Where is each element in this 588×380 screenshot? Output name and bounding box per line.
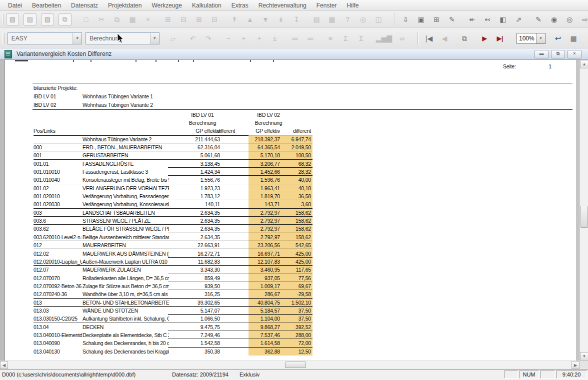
quickstart-icon[interactable]: ⇗ bbox=[513, 14, 524, 24]
menu-datei[interactable]: Datei bbox=[3, 0, 27, 10]
search-global-icon[interactable]: ◎ bbox=[564, 14, 575, 24]
menu-bearbeiten[interactable]: Bearbeiten bbox=[27, 0, 66, 10]
redo-icon[interactable]: ↷ bbox=[203, 33, 214, 43]
menu-hilfe[interactable]: Hilfe bbox=[342, 0, 364, 10]
close-button[interactable]: × bbox=[568, 50, 582, 58]
move-top-icon[interactable]: ↟ bbox=[229, 14, 240, 24]
table-row: 001.020010Verlängerung Vorhaltung, Fassa… bbox=[4, 192, 324, 200]
first-record-icon[interactable]: |◀ bbox=[424, 33, 434, 43]
row-description: Beläge Aussenbereich mittlerer Standard bbox=[82, 233, 169, 242]
catalog-view-icon[interactable]: ⧉ bbox=[58, 13, 72, 25]
horizontal-scroll-thumb[interactable] bbox=[285, 362, 306, 368]
graphic-view-icon[interactable]: ▨ bbox=[41, 13, 54, 25]
toolbar-grip[interactable] bbox=[2, 14, 4, 25]
sum-icon[interactable]: Σ bbox=[356, 33, 367, 43]
storage-box-icon[interactable]: ▣ bbox=[416, 14, 426, 24]
menu-projektdaten[interactable]: Projektdaten bbox=[103, 0, 146, 10]
new-document-icon[interactable]: □ bbox=[80, 14, 92, 24]
assign-left-icon[interactable]: ↢ bbox=[482, 14, 493, 24]
paste-icon[interactable]: ▦ bbox=[127, 14, 138, 24]
scroll-left-icon[interactable]: ◀ bbox=[0, 361, 8, 369]
cut-icon[interactable]: ✂ bbox=[96, 14, 107, 24]
print-icon[interactable]: ▦ bbox=[326, 14, 338, 24]
split-window-icon[interactable]: ◫ bbox=[373, 14, 384, 24]
move-down-icon[interactable]: ▼ bbox=[260, 14, 271, 24]
menu-kalkulation[interactable]: Kalkulation bbox=[187, 0, 226, 10]
scroll-down-icon[interactable]: ▼ bbox=[580, 352, 588, 361]
list-icon[interactable]: ≡ bbox=[325, 33, 336, 43]
chart-icon[interactable]: ▂▅▇ bbox=[376, 33, 392, 43]
partial-sum-icon[interactable]: Σ bbox=[340, 33, 352, 43]
add-subposition-icon[interactable]: ± bbox=[270, 33, 280, 43]
row-pos: 012.07 bbox=[34, 266, 82, 274]
goto-end-icon[interactable]: ↧ bbox=[291, 14, 302, 24]
profile-combobox[interactable]: EASY ▼ bbox=[8, 32, 82, 44]
reb-infinity-icon[interactable]: ∞ bbox=[396, 33, 408, 43]
export-document-icon[interactable]: ⇨ bbox=[580, 14, 588, 24]
last-record-icon[interactable]: ▶| bbox=[494, 33, 506, 43]
move-up-icon[interactable]: ▲ bbox=[244, 14, 256, 24]
menu-extras[interactable]: Extras bbox=[226, 0, 254, 10]
prev-record-icon[interactable]: ◀ bbox=[439, 33, 450, 43]
menu-werkzeuge[interactable]: Werkzeuge bbox=[146, 0, 186, 10]
exit-icon[interactable]: ↩ bbox=[552, 33, 564, 43]
remove-position-icon[interactable]: − bbox=[223, 33, 234, 43]
print-report-icon[interactable]: ▦ bbox=[568, 33, 579, 43]
zoom-combobox[interactable]: 100% ▼ bbox=[516, 33, 546, 44]
undo-icon[interactable]: ↶ bbox=[188, 33, 198, 43]
document-titlebar[interactable]: Variantenvergleich Kosten Differenz ▬ ⧉ … bbox=[0, 48, 588, 60]
row-description: Schalung des Deckenrandes bei Kragplatte… bbox=[82, 348, 169, 356]
copy-record-icon[interactable]: ⧉ bbox=[459, 33, 470, 43]
vertical-scroll-thumb[interactable] bbox=[580, 206, 588, 228]
add-position-above-icon[interactable]: + bbox=[238, 33, 250, 43]
row-pos: 000 bbox=[34, 143, 82, 152]
search-record-icon[interactable]: ◉ bbox=[548, 14, 560, 24]
row-pos: 003.62 bbox=[34, 225, 82, 233]
window-tile-icon[interactable]: ◧ bbox=[498, 14, 508, 24]
add-position-icon[interactable]: + bbox=[254, 33, 265, 43]
edit-pencil-icon[interactable]: ✎ bbox=[533, 14, 544, 24]
edit-document-icon[interactable]: ✎ bbox=[446, 14, 458, 24]
toolbar-navigation: EASY ▼ Berechnung ▼ ▱↶↷−++±≔≕≡ΣΣ▂▅▇∞ |◀◀… bbox=[0, 28, 588, 48]
toolbar-grip[interactable] bbox=[2, 33, 5, 44]
profile-combobox-value: EASY bbox=[8, 33, 72, 44]
menu-rechteverwaltung[interactable]: Rechteverwaltung bbox=[254, 0, 312, 10]
row-difference: 425,00 bbox=[266, 258, 311, 266]
insert-sub-list-icon[interactable]: ≕ bbox=[305, 33, 316, 43]
print-preview-icon[interactable]: ▤ bbox=[311, 14, 322, 24]
page-view-icon[interactable]: ▤ bbox=[24, 13, 36, 25]
import-record-icon[interactable]: ⇩ bbox=[400, 14, 411, 24]
row-difference: 68,32 bbox=[266, 160, 311, 168]
insert-position-list-icon[interactable]: ≔ bbox=[290, 33, 300, 43]
application-window: { "window": { "document_title": "Variant… bbox=[0, 0, 588, 380]
scroll-up-icon[interactable]: ▲ bbox=[580, 60, 588, 68]
restore-button[interactable]: ⧉ bbox=[551, 50, 565, 58]
status-record-count: Datensatz: 2009/21194 bbox=[172, 372, 228, 378]
chevron-down-icon[interactable]: ▼ bbox=[72, 33, 82, 44]
chevron-down-icon[interactable]: ▼ bbox=[536, 33, 545, 43]
outline-add-icon[interactable]: ⊞ bbox=[162, 14, 174, 24]
vertical-scrollbar[interactable]: ▲ ▼ bbox=[580, 60, 588, 361]
projects-label: bilanzierte Projekte: bbox=[34, 85, 78, 91]
assign-back-icon[interactable]: ↞ bbox=[466, 14, 478, 24]
clipped-text-remnant bbox=[136, 60, 136, 62]
copy-icon[interactable]: ⧉ bbox=[112, 14, 122, 24]
report-view-icon[interactable]: ▧ bbox=[6, 13, 19, 25]
menu-datensatz[interactable]: Datensatz bbox=[66, 0, 103, 10]
menu-fenster[interactable]: Fenster bbox=[312, 0, 342, 10]
minimize-button[interactable]: ▬ bbox=[534, 50, 548, 58]
help-icon[interactable]: ? bbox=[342, 14, 353, 24]
scroll-right-icon[interactable]: ▶ bbox=[572, 361, 580, 369]
outline-add-sub-icon[interactable]: ⊟ bbox=[178, 14, 189, 24]
outline-promote-icon[interactable]: ⊞ bbox=[194, 14, 204, 24]
delete-icon[interactable]: × bbox=[142, 14, 154, 24]
zoom-search-icon[interactable]: ◎ bbox=[358, 14, 368, 24]
add-document-icon[interactable]: ⊞ bbox=[431, 14, 442, 24]
outline-demote-icon[interactable]: ⊟ bbox=[209, 14, 220, 24]
move-bottom-icon[interactable]: ↡ bbox=[276, 14, 286, 24]
horizontal-scrollbar[interactable]: ◀ ▶ bbox=[0, 361, 580, 369]
chevron-down-icon[interactable]: ▼ bbox=[150, 33, 159, 44]
next-record-icon[interactable]: ▶ bbox=[479, 33, 490, 43]
open-folder-icon[interactable]: ▱ bbox=[168, 33, 178, 43]
row-pos: 001.02 bbox=[34, 184, 82, 193]
